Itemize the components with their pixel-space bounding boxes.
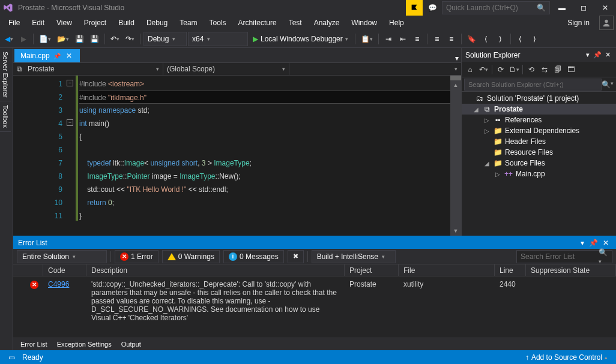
tab-overflow-button[interactable]: ▾ xyxy=(453,54,461,62)
menu-project[interactable]: Project xyxy=(78,17,112,29)
save-all-button[interactable]: 💾 xyxy=(88,32,101,46)
tb-bm-end2[interactable]: ⟩ xyxy=(528,32,542,46)
menu-debug[interactable]: Debug xyxy=(140,17,174,29)
configuration-dropdown[interactable]: Debug▾ xyxy=(143,32,187,46)
se-home-icon[interactable]: ⌂ xyxy=(464,64,476,76)
error-row[interactable]: ✕ C4996 'std::copy::_Unchecked_iterators… xyxy=(13,276,616,326)
panel-pin-icon[interactable]: 📌 xyxy=(587,239,600,247)
project-node[interactable]: ◢⧉Prostate xyxy=(462,104,616,115)
col-file[interactable]: File xyxy=(399,264,495,276)
warnings-filter-button[interactable]: 0 Warnings xyxy=(162,250,220,263)
tab-exception-settings[interactable]: Exception Settings xyxy=(52,339,116,349)
platform-dropdown[interactable]: x64▾ xyxy=(188,32,248,46)
menu-file[interactable]: File xyxy=(2,17,26,29)
nav-back-button[interactable]: ◀▾ xyxy=(2,32,16,46)
code-editor[interactable]: 1− 2 3 4− 5 6 7 8 9 10 11 #includ xyxy=(13,76,461,236)
se-show-all-icon[interactable]: 🗐 xyxy=(552,64,564,76)
toolbox-tab[interactable]: Toolbox xyxy=(0,101,11,132)
error-scope-dropdown[interactable]: Entire Solution▾ xyxy=(17,250,107,263)
panel-menu-button[interactable]: ▾ xyxy=(578,239,587,247)
col-description[interactable]: Description xyxy=(86,264,345,276)
fold-icon[interactable]: − xyxy=(67,119,73,126)
nav-scope-dropdown[interactable]: (Global Scope)▾ xyxy=(163,63,289,75)
header-files-node[interactable]: 📁Header Files xyxy=(462,136,616,147)
close-tab-icon[interactable]: ✕ xyxy=(64,52,74,60)
menu-window[interactable]: Window xyxy=(345,17,383,29)
open-file-button[interactable]: 📂▾ xyxy=(55,32,71,46)
panel-pin-icon[interactable]: 📌 xyxy=(591,51,603,59)
se-back-icon[interactable]: ↶▾ xyxy=(477,64,489,76)
solution-node[interactable]: 🗂Solution 'Prostate' (1 project) xyxy=(462,93,616,104)
search-icon[interactable]: 🔍▾ xyxy=(602,80,614,89)
nav-forward-button[interactable]: ▶ xyxy=(17,32,30,46)
tb-uncomment[interactable]: ≡ xyxy=(445,32,458,46)
server-explorer-tab[interactable]: Server Explorer xyxy=(0,48,11,101)
notification-flag-icon[interactable] xyxy=(406,0,423,16)
col-project[interactable]: Project xyxy=(345,264,399,276)
panel-close-icon[interactable]: ✕ xyxy=(600,239,611,247)
start-debugging-button[interactable]: ▶Local Windows Debugger▾ xyxy=(249,32,352,46)
source-control-button[interactable]: ↑Add to Source Control▴ xyxy=(522,353,611,362)
tb-comment[interactable]: ≡ xyxy=(430,32,444,46)
menu-analyze[interactable]: Analyze xyxy=(308,17,346,29)
col-line[interactable]: Line xyxy=(495,264,526,276)
panel-close-icon[interactable]: ✕ xyxy=(603,51,612,59)
pin-icon[interactable]: 📌 xyxy=(53,53,61,59)
tb-step-3[interactable]: ≡ xyxy=(411,32,424,46)
se-sync-icon[interactable]: ⟳ xyxy=(495,64,507,76)
quick-launch-field[interactable] xyxy=(446,4,536,12)
sign-in-link[interactable]: Sign in xyxy=(561,17,596,29)
tb-bookmark[interactable]: 🔖 xyxy=(465,32,479,46)
col-code[interactable]: Code xyxy=(43,264,86,276)
quick-launch-input[interactable]: 🔍 xyxy=(442,1,550,14)
tb-bm-next[interactable]: ⟩ xyxy=(494,32,507,46)
tb-step-1[interactable]: ⇥ xyxy=(382,32,395,46)
split-handle-icon[interactable] xyxy=(450,76,461,80)
build-mode-dropdown[interactable]: Build + IntelliSense▾ xyxy=(312,250,396,263)
se-pending-icon[interactable]: 🗋▾ xyxy=(508,64,520,76)
panel-menu-button[interactable]: ▾ xyxy=(584,51,591,59)
menu-tools[interactable]: Tools xyxy=(204,17,232,29)
resource-files-node[interactable]: 📁Resource Files xyxy=(462,147,616,158)
document-tab-main-cpp[interactable]: Main.cpp 📌 ✕ xyxy=(14,49,80,62)
minimize-button[interactable]: ▬ xyxy=(552,0,572,16)
fold-icon[interactable]: − xyxy=(67,80,73,86)
new-project-button[interactable]: 📄▾ xyxy=(37,32,53,46)
code-content[interactable]: #include <iostream> #include "itkImage.h… xyxy=(79,76,450,236)
close-button[interactable]: ✕ xyxy=(596,0,615,16)
tb-bm-end1[interactable]: ⟨ xyxy=(514,32,527,46)
save-button[interactable]: 💾 xyxy=(73,32,86,46)
tb-bm-prev[interactable]: ⟨ xyxy=(480,32,493,46)
status-window-icon[interactable]: ▭ xyxy=(5,353,19,362)
col-suppression[interactable]: Suppression State xyxy=(526,264,616,276)
solution-tree[interactable]: 🗂Solution 'Prostate' (1 project) ◢⧉Prost… xyxy=(462,92,616,236)
se-refresh-icon[interactable]: ⟲ xyxy=(525,64,537,76)
user-avatar-icon[interactable] xyxy=(599,16,614,30)
se-collapse-icon[interactable]: ⇆ xyxy=(539,64,551,76)
external-deps-node[interactable]: ▷📁External Dependencies xyxy=(462,125,616,136)
tab-error-list[interactable]: Error List xyxy=(16,339,52,349)
filter-clear-button[interactable]: ✖ xyxy=(288,250,304,263)
menu-architecture[interactable]: Architecture xyxy=(232,17,283,29)
vertical-scrollbar[interactable]: ▲ ▼ xyxy=(450,76,461,236)
tb-step-2[interactable]: ⇤ xyxy=(396,32,409,46)
se-properties-icon[interactable]: 🗔 xyxy=(565,64,577,76)
menu-test[interactable]: Test xyxy=(283,17,308,29)
menu-help[interactable]: Help xyxy=(383,17,410,29)
maximize-button[interactable]: ◻ xyxy=(574,0,593,16)
tab-output[interactable]: Output xyxy=(116,339,146,349)
menu-build[interactable]: Build xyxy=(112,17,140,29)
error-list-search[interactable]: 🔍▾ xyxy=(516,250,612,263)
messages-filter-button[interactable]: i0 Messages xyxy=(223,250,284,263)
redo-button[interactable]: ↷▾ xyxy=(123,32,137,46)
feedback-icon[interactable]: 💬 xyxy=(425,1,439,15)
nav-project-dropdown[interactable]: ⧉Prostate▾ xyxy=(13,63,163,75)
file-main-cpp[interactable]: ▷++Main.cpp xyxy=(462,169,616,179)
source-files-node[interactable]: ◢📁Source Files xyxy=(462,158,616,169)
se-search-input[interactable] xyxy=(464,79,602,91)
nav-member-dropdown[interactable]: ▾ xyxy=(289,63,461,75)
menu-view[interactable]: View xyxy=(50,17,78,29)
tb-misc-1[interactable]: 📋▾ xyxy=(358,32,375,46)
menu-team[interactable]: Team xyxy=(174,17,203,29)
errors-filter-button[interactable]: ✕1 Error xyxy=(115,250,159,263)
